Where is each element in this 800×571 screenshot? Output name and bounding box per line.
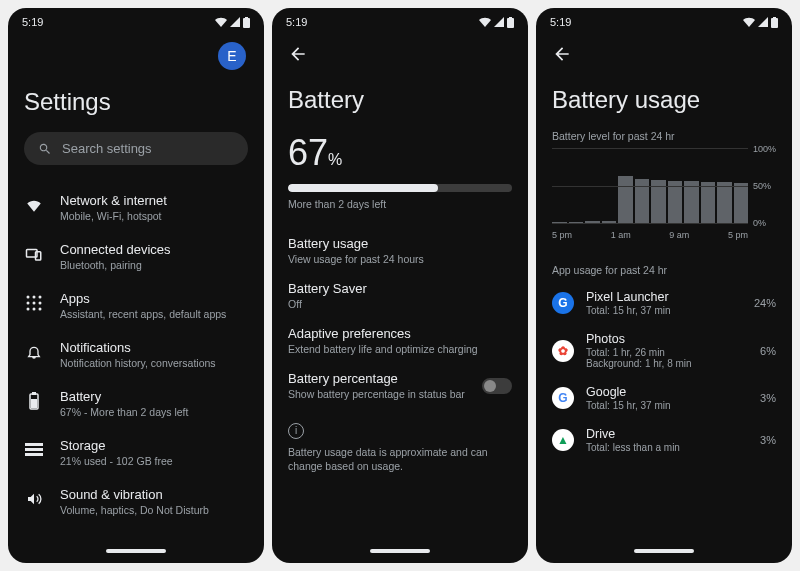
svg-rect-19 [507, 18, 514, 28]
signal-icon [758, 17, 768, 27]
wifi-icon [215, 17, 227, 27]
svg-point-6 [39, 296, 42, 299]
storage-icon [24, 440, 44, 460]
battery-saver-row[interactable]: Battery SaverOff [288, 273, 512, 318]
page-title: Battery usage [552, 86, 776, 114]
chart-bar [602, 221, 617, 223]
arrow-back-icon [552, 44, 572, 64]
signal-icon [230, 17, 240, 27]
chart-bar [668, 181, 683, 223]
svg-rect-14 [32, 392, 36, 395]
chart-label: Battery level for past 24 hr [552, 130, 776, 142]
nav-handle[interactable] [106, 549, 166, 553]
chart-bar [585, 221, 600, 223]
battery-icon [24, 391, 44, 411]
battery-percentage-row[interactable]: Battery percentageShow battery percentag… [288, 363, 512, 408]
battery-icon [507, 17, 514, 28]
svg-rect-1 [245, 17, 248, 19]
settings-item-storage[interactable]: Storage21% used - 102 GB free [24, 428, 248, 477]
back-button[interactable] [288, 32, 512, 68]
apps-icon [24, 293, 44, 313]
battery-percentage-toggle[interactable] [482, 378, 512, 394]
wifi-icon [479, 17, 491, 27]
status-bar: 5:19 [8, 8, 264, 32]
app-icon: G [552, 292, 574, 314]
battery-time-left: More than 2 days left [288, 198, 512, 210]
settings-item-notifications[interactable]: NotificationsNotification history, conve… [24, 330, 248, 379]
search-icon [38, 142, 52, 156]
app-usage-percent: 24% [754, 297, 776, 309]
chart-bar [684, 181, 699, 223]
app-usage-row[interactable]: ✿ Photos Total: 1 hr, 26 minBackground: … [552, 324, 776, 377]
chart-bar [635, 179, 650, 223]
svg-rect-20 [509, 17, 512, 19]
app-usage-percent: 3% [760, 434, 776, 446]
adaptive-preferences-row[interactable]: Adaptive preferencesExtend battery life … [288, 318, 512, 363]
settings-screen: 5:19 E Settings Search settings Network … [8, 8, 264, 563]
battery-progress-bar [288, 184, 512, 192]
chart-bar [618, 176, 633, 223]
status-time: 5:19 [550, 16, 571, 28]
chart-bar [651, 180, 666, 223]
app-name: Drive [586, 427, 748, 441]
devices-icon [24, 244, 44, 264]
svg-rect-22 [773, 17, 776, 19]
app-name: Photos [586, 332, 748, 346]
svg-point-11 [33, 308, 36, 311]
chart-bar [717, 182, 732, 223]
app-usage-row[interactable]: G Google Total: 15 hr, 37 min 3% [552, 377, 776, 419]
svg-point-4 [27, 296, 30, 299]
app-name: Google [586, 385, 748, 399]
svg-rect-0 [243, 18, 250, 28]
page-title: Battery [288, 86, 512, 114]
settings-item-sound[interactable]: Sound & vibrationVolume, haptics, Do Not… [24, 477, 248, 526]
app-usage-row[interactable]: ▲ Drive Total: less than a min 3% [552, 419, 776, 461]
info-text: Battery usage data is approximate and ca… [288, 445, 512, 474]
svg-rect-18 [25, 453, 43, 456]
svg-point-10 [27, 308, 30, 311]
app-usage-detail: Total: 15 hr, 37 min [586, 305, 742, 316]
app-usage-detail: Total: 1 hr, 26 minBackground: 1 hr, 8 m… [586, 347, 748, 369]
app-usage-percent: 3% [760, 392, 776, 404]
chart-bar [734, 183, 749, 223]
search-input[interactable]: Search settings [24, 132, 248, 165]
signal-icon [494, 17, 504, 27]
chart-bar [552, 222, 567, 223]
battery-level-chart: 100% 50% 0% 5 pm 1 am 9 am 5 pm [552, 148, 776, 238]
app-usage-label: App usage for past 24 hr [552, 264, 776, 276]
battery-icon [771, 17, 778, 28]
app-usage-detail: Total: 15 hr, 37 min [586, 400, 748, 411]
app-usage-percent: 6% [760, 345, 776, 357]
svg-point-12 [39, 308, 42, 311]
svg-point-5 [33, 296, 36, 299]
profile-avatar[interactable]: E [218, 42, 246, 70]
settings-item-network[interactable]: Network & internetMobile, Wi-Fi, hotspot [24, 183, 248, 232]
nav-handle[interactable] [634, 549, 694, 553]
settings-item-connected[interactable]: Connected devicesBluetooth, pairing [24, 232, 248, 281]
battery-usage-screen: 5:19 Battery usage Battery level for pas… [536, 8, 792, 563]
battery-percent: 67% [288, 132, 512, 174]
settings-item-battery[interactable]: Battery67% - More than 2 days left [24, 379, 248, 428]
svg-point-9 [39, 302, 42, 305]
back-button[interactable] [552, 32, 776, 68]
status-icons [743, 17, 778, 28]
svg-rect-16 [25, 443, 43, 446]
status-bar: 5:19 [536, 8, 792, 32]
app-icon: ▲ [552, 429, 574, 451]
app-usage-row[interactable]: G Pixel Launcher Total: 15 hr, 37 min 24… [552, 282, 776, 324]
app-name: Pixel Launcher [586, 290, 742, 304]
battery-usage-row[interactable]: Battery usageView usage for past 24 hour… [288, 228, 512, 273]
nav-handle[interactable] [370, 549, 430, 553]
wifi-icon [24, 195, 44, 215]
status-icons [479, 17, 514, 28]
info-icon: i [288, 423, 304, 439]
bell-icon [24, 342, 44, 362]
volume-icon [24, 489, 44, 509]
chart-bar [569, 222, 584, 223]
search-placeholder: Search settings [62, 141, 152, 156]
app-icon: G [552, 387, 574, 409]
settings-item-apps[interactable]: AppsAssistant, recent apps, default apps [24, 281, 248, 330]
app-usage-detail: Total: less than a min [586, 442, 748, 453]
svg-point-8 [33, 302, 36, 305]
status-icons [215, 17, 250, 28]
